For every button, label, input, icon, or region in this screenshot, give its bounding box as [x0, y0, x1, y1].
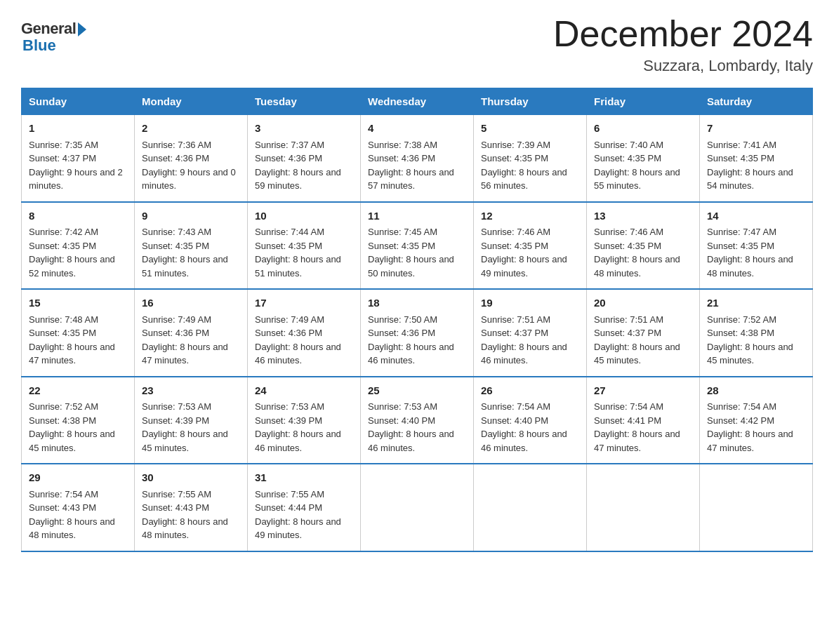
calendar-cell: 13Sunrise: 7:46 AMSunset: 4:35 PMDayligh…: [587, 202, 700, 290]
day-info: Sunrise: 7:43 AMSunset: 4:35 PMDaylight:…: [142, 227, 228, 279]
page-header: General Blue December 2024 Suzzara, Lomb…: [21, 14, 813, 75]
day-info: Sunrise: 7:37 AMSunset: 4:36 PMDaylight:…: [255, 140, 341, 192]
calendar-cell: [700, 464, 813, 551]
calendar-cell: 29Sunrise: 7:54 AMSunset: 4:43 PMDayligh…: [22, 464, 135, 551]
calendar-cell: [474, 464, 587, 551]
page-title: December 2024: [553, 14, 813, 54]
day-info: Sunrise: 7:47 AMSunset: 4:35 PMDaylight:…: [707, 227, 793, 279]
day-number: 3: [255, 121, 353, 137]
day-info: Sunrise: 7:46 AMSunset: 4:35 PMDaylight:…: [481, 227, 567, 279]
day-number: 10: [255, 208, 353, 224]
calendar-header: SundayMondayTuesdayWednesdayThursdayFrid…: [22, 88, 813, 115]
day-number: 23: [142, 383, 240, 399]
calendar-cell: 15Sunrise: 7:48 AMSunset: 4:35 PMDayligh…: [22, 289, 135, 377]
calendar-cell: 16Sunrise: 7:49 AMSunset: 4:36 PMDayligh…: [135, 289, 248, 377]
day-number: 5: [481, 121, 579, 137]
calendar-cell: 14Sunrise: 7:47 AMSunset: 4:35 PMDayligh…: [700, 202, 813, 290]
day-info: Sunrise: 7:51 AMSunset: 4:37 PMDaylight:…: [594, 314, 680, 366]
title-block: December 2024 Suzzara, Lombardy, Italy: [553, 14, 813, 75]
calendar-cell: 17Sunrise: 7:49 AMSunset: 4:36 PMDayligh…: [248, 289, 361, 377]
day-number: 7: [707, 121, 805, 137]
calendar-cell: 30Sunrise: 7:55 AMSunset: 4:43 PMDayligh…: [135, 464, 248, 551]
header-day-tuesday: Tuesday: [248, 88, 361, 115]
day-info: Sunrise: 7:46 AMSunset: 4:35 PMDaylight:…: [594, 227, 680, 279]
week-row-3: 15Sunrise: 7:48 AMSunset: 4:35 PMDayligh…: [22, 289, 813, 377]
calendar-cell: 6Sunrise: 7:40 AMSunset: 4:35 PMDaylight…: [587, 115, 700, 202]
header-day-sunday: Sunday: [22, 88, 135, 115]
week-row-2: 8Sunrise: 7:42 AMSunset: 4:35 PMDaylight…: [22, 202, 813, 290]
day-info: Sunrise: 7:50 AMSunset: 4:36 PMDaylight:…: [368, 314, 454, 366]
calendar-cell: 20Sunrise: 7:51 AMSunset: 4:37 PMDayligh…: [587, 289, 700, 377]
calendar-cell: 26Sunrise: 7:54 AMSunset: 4:40 PMDayligh…: [474, 377, 587, 464]
day-info: Sunrise: 7:48 AMSunset: 4:35 PMDaylight:…: [29, 314, 115, 366]
header-day-friday: Friday: [587, 88, 700, 115]
day-info: Sunrise: 7:44 AMSunset: 4:35 PMDaylight:…: [255, 227, 341, 279]
day-info: Sunrise: 7:45 AMSunset: 4:35 PMDaylight:…: [368, 227, 454, 279]
calendar-cell: 27Sunrise: 7:54 AMSunset: 4:41 PMDayligh…: [587, 377, 700, 464]
calendar-cell: 3Sunrise: 7:37 AMSunset: 4:36 PMDaylight…: [248, 115, 361, 202]
calendar-cell: 4Sunrise: 7:38 AMSunset: 4:36 PMDaylight…: [361, 115, 474, 202]
week-row-1: 1Sunrise: 7:35 AMSunset: 4:37 PMDaylight…: [22, 115, 813, 202]
day-info: Sunrise: 7:54 AMSunset: 4:42 PMDaylight:…: [707, 401, 793, 453]
calendar-cell: 25Sunrise: 7:53 AMSunset: 4:40 PMDayligh…: [361, 377, 474, 464]
day-number: 22: [29, 383, 127, 399]
day-number: 25: [368, 383, 466, 399]
day-number: 30: [142, 470, 240, 486]
day-number: 31: [255, 470, 353, 486]
day-info: Sunrise: 7:51 AMSunset: 4:37 PMDaylight:…: [481, 314, 567, 366]
day-info: Sunrise: 7:54 AMSunset: 4:41 PMDaylight:…: [594, 401, 680, 453]
day-info: Sunrise: 7:53 AMSunset: 4:39 PMDaylight:…: [255, 401, 341, 453]
day-number: 2: [142, 121, 240, 137]
day-info: Sunrise: 7:42 AMSunset: 4:35 PMDaylight:…: [29, 227, 115, 279]
calendar-cell: 10Sunrise: 7:44 AMSunset: 4:35 PMDayligh…: [248, 202, 361, 290]
day-number: 1: [29, 121, 127, 137]
header-day-saturday: Saturday: [700, 88, 813, 115]
subtitle: Suzzara, Lombardy, Italy: [553, 57, 813, 75]
day-number: 21: [707, 295, 805, 311]
calendar-cell: 21Sunrise: 7:52 AMSunset: 4:38 PMDayligh…: [700, 289, 813, 377]
calendar-cell: 24Sunrise: 7:53 AMSunset: 4:39 PMDayligh…: [248, 377, 361, 464]
logo-blue-text: Blue: [21, 36, 56, 55]
day-number: 20: [594, 295, 692, 311]
day-number: 18: [368, 295, 466, 311]
day-number: 14: [707, 208, 805, 224]
calendar-cell: 28Sunrise: 7:54 AMSunset: 4:42 PMDayligh…: [700, 377, 813, 464]
header-row: SundayMondayTuesdayWednesdayThursdayFrid…: [22, 88, 813, 115]
calendar-cell: 22Sunrise: 7:52 AMSunset: 4:38 PMDayligh…: [22, 377, 135, 464]
day-info: Sunrise: 7:35 AMSunset: 4:37 PMDaylight:…: [29, 140, 123, 192]
calendar-cell: 31Sunrise: 7:55 AMSunset: 4:44 PMDayligh…: [248, 464, 361, 551]
day-info: Sunrise: 7:40 AMSunset: 4:35 PMDaylight:…: [594, 140, 680, 192]
day-number: 12: [481, 208, 579, 224]
logo-general-text: General: [21, 20, 76, 38]
day-info: Sunrise: 7:39 AMSunset: 4:35 PMDaylight:…: [481, 140, 567, 192]
calendar-cell: [361, 464, 474, 551]
day-info: Sunrise: 7:36 AMSunset: 4:36 PMDaylight:…: [142, 140, 236, 192]
day-number: 27: [594, 383, 692, 399]
calendar-cell: 11Sunrise: 7:45 AMSunset: 4:35 PMDayligh…: [361, 202, 474, 290]
week-row-5: 29Sunrise: 7:54 AMSunset: 4:43 PMDayligh…: [22, 464, 813, 551]
day-number: 29: [29, 470, 127, 486]
day-info: Sunrise: 7:54 AMSunset: 4:40 PMDaylight:…: [481, 401, 567, 453]
calendar-cell: [587, 464, 700, 551]
calendar-cell: 12Sunrise: 7:46 AMSunset: 4:35 PMDayligh…: [474, 202, 587, 290]
header-day-monday: Monday: [135, 88, 248, 115]
calendar-cell: 5Sunrise: 7:39 AMSunset: 4:35 PMDaylight…: [474, 115, 587, 202]
day-number: 8: [29, 208, 127, 224]
day-number: 17: [255, 295, 353, 311]
day-number: 24: [255, 383, 353, 399]
day-number: 16: [142, 295, 240, 311]
day-info: Sunrise: 7:54 AMSunset: 4:43 PMDaylight:…: [29, 489, 115, 541]
logo-arrow-icon: [78, 22, 86, 36]
day-number: 13: [594, 208, 692, 224]
calendar-cell: 18Sunrise: 7:50 AMSunset: 4:36 PMDayligh…: [361, 289, 474, 377]
day-info: Sunrise: 7:49 AMSunset: 4:36 PMDaylight:…: [142, 314, 228, 366]
header-day-wednesday: Wednesday: [361, 88, 474, 115]
day-info: Sunrise: 7:53 AMSunset: 4:39 PMDaylight:…: [142, 401, 228, 453]
day-info: Sunrise: 7:53 AMSunset: 4:40 PMDaylight:…: [368, 401, 454, 453]
day-info: Sunrise: 7:55 AMSunset: 4:43 PMDaylight:…: [142, 489, 228, 541]
logo: General Blue: [21, 14, 86, 55]
day-number: 26: [481, 383, 579, 399]
day-info: Sunrise: 7:52 AMSunset: 4:38 PMDaylight:…: [29, 401, 115, 453]
day-number: 9: [142, 208, 240, 224]
calendar-body: 1Sunrise: 7:35 AMSunset: 4:37 PMDaylight…: [22, 115, 813, 551]
